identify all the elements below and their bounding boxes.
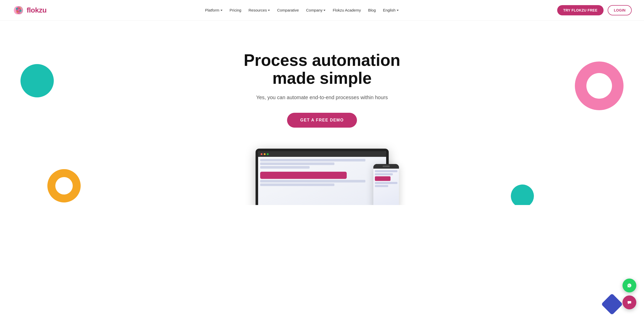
nav-item-language[interactable]: English (380, 6, 401, 14)
orange-ring-decoration (47, 169, 81, 202)
nav-link-blog[interactable]: Blog (365, 6, 378, 14)
phone-row (375, 173, 393, 175)
hero-section: Process automation made simple Yes, you … (0, 21, 644, 205)
nav-item-resources[interactable]: Resources (246, 6, 272, 14)
nav-item-pricing[interactable]: Pricing (227, 6, 244, 14)
laptop-mockup (256, 149, 389, 205)
nav-item-blog[interactable]: Blog (365, 6, 378, 14)
hero-title: Process automation made simple (230, 51, 414, 87)
chevron-down-icon (220, 10, 223, 11)
laptop-screen (258, 151, 386, 205)
pink-ring-decoration (575, 62, 624, 110)
screen-row (260, 159, 365, 161)
pink-ring-inner (586, 73, 612, 99)
hero-subtitle: Yes, you can automate end-to-end process… (256, 95, 388, 100)
nav-link-pricing[interactable]: Pricing (227, 6, 244, 14)
try-free-button[interactable]: TRY FLOKZU FREE (557, 5, 604, 15)
nav-item-platform[interactable]: Platform (203, 6, 225, 14)
orange-ring-inner (55, 177, 73, 195)
phone-row (375, 182, 397, 184)
logo-link[interactable]: flokzu (12, 4, 47, 16)
phone-row (375, 185, 388, 187)
nav-actions: TRY FLOKZU FREE LOGIN (557, 5, 632, 15)
teal-bottom-circle-decoration (511, 185, 534, 205)
svg-point-1 (16, 6, 23, 14)
nav-link-resources[interactable]: Resources (246, 6, 272, 14)
chevron-down-icon (397, 10, 399, 11)
phone-screen (373, 169, 399, 205)
screen-content (258, 157, 386, 205)
nav-link-language[interactable]: English (380, 6, 401, 14)
nav-link-platform[interactable]: Platform (203, 6, 225, 14)
nav-link-comparative[interactable]: Comparative (275, 6, 301, 14)
nav-item-company[interactable]: Company (303, 6, 328, 14)
phone-mockup (373, 164, 399, 205)
screen-row (260, 162, 334, 165)
screen-row-accent (260, 172, 347, 179)
dot-yellow (264, 153, 266, 155)
teal-circle-decoration (20, 64, 54, 97)
nav-item-comparative[interactable]: Comparative (275, 6, 301, 14)
screen-row (260, 166, 310, 169)
nav-link-academy[interactable]: Flokzu Academy (330, 6, 363, 14)
phone-notch (373, 164, 399, 169)
nav-link-company[interactable]: Company (303, 6, 328, 14)
dot-red (261, 153, 262, 155)
chevron-down-icon (268, 10, 270, 11)
logo-icon (12, 4, 25, 16)
logo-text: flokzu (27, 6, 47, 14)
get-demo-button[interactable]: GET A FREE DEMO (287, 113, 357, 128)
navbar: flokzu Platform Pricing Resources Compar… (0, 0, 644, 21)
login-button[interactable]: LOGIN (608, 5, 632, 15)
phone-notch-dot (383, 166, 390, 167)
phone-row-accent (375, 176, 391, 181)
phone-row (375, 170, 397, 172)
chevron-down-icon (323, 10, 325, 11)
nav-item-academy[interactable]: Flokzu Academy (330, 6, 363, 14)
devices-mockup (233, 144, 412, 205)
screen-row (260, 183, 334, 186)
dot-green (267, 153, 269, 155)
screen-row (260, 180, 365, 182)
screen-bar (258, 151, 386, 157)
screen-inner (258, 157, 386, 205)
nav-links: Platform Pricing Resources Comparative C… (203, 6, 401, 14)
